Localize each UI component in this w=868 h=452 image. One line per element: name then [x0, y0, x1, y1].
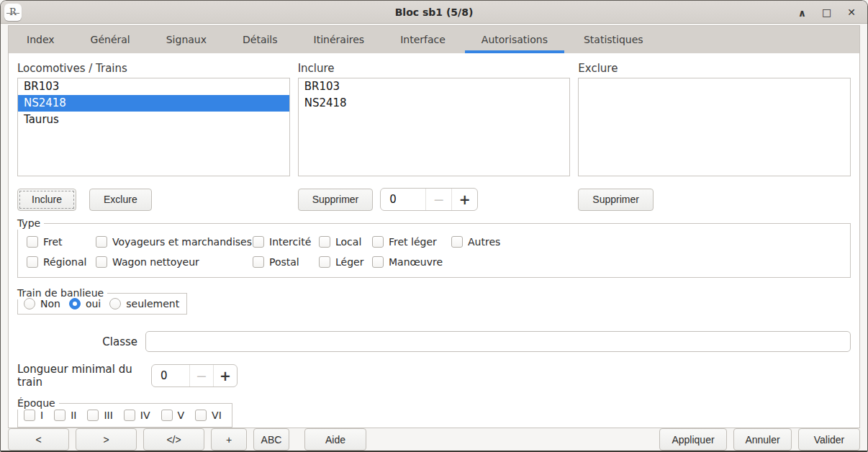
checkbox-icon[interactable]	[24, 410, 35, 421]
list-item[interactable]: BR103	[299, 78, 570, 95]
list-item[interactable]: NS2418	[299, 95, 570, 112]
minimize-icon[interactable]: ∧	[798, 8, 806, 18]
tab-autorisations[interactable]: Autorisations	[464, 26, 566, 53]
include-list-label: Inclure	[298, 62, 571, 75]
checkbox-epoque-4[interactable]: IV	[124, 410, 150, 421]
rocrail-rail-line	[6, 13, 19, 14]
list-item[interactable]: NS2418	[18, 95, 289, 112]
checkbox-postal[interactable]: Postal	[253, 256, 319, 268]
classe-input[interactable]	[145, 331, 851, 352]
type-group: Type Fret Voyageurs et marchandises Inte…	[17, 223, 851, 278]
checkbox-autres[interactable]: Autres	[451, 236, 841, 248]
checkbox-icon[interactable]	[319, 256, 330, 268]
checkbox-fret[interactable]: Fret	[27, 236, 96, 248]
banlieue-group: Train de banlieue Non oui seulement	[17, 293, 187, 315]
checkbox-icon[interactable]	[253, 236, 264, 248]
checkbox-icon[interactable]	[372, 236, 384, 248]
checkbox-fret-leger[interactable]: Fret léger	[372, 236, 451, 248]
checkbox-icon[interactable]	[27, 236, 38, 248]
checkbox-icon[interactable]	[161, 410, 173, 421]
tab-bar: Index Général Signaux Détails Itinéraire…	[9, 26, 859, 53]
delete-exclude-button[interactable]: Supprimer	[578, 189, 654, 211]
notebook: Index Général Signaux Détails Itinéraire…	[8, 25, 860, 428]
checkbox-regional[interactable]: Régional	[27, 256, 96, 268]
tab-statistiques[interactable]: Statistiques	[566, 26, 661, 53]
tab-itineraires[interactable]: Itinéraires	[296, 26, 383, 53]
checkbox-epoque-5[interactable]: V	[161, 410, 185, 421]
dialog-window: { "window": { "title": "Bloc sb1 (5/8)",…	[0, 0, 868, 452]
cancel-button[interactable]: Annuler	[733, 428, 792, 451]
radio-icon[interactable]	[24, 298, 35, 309]
titlebar[interactable]: R Bloc sb1 (5/8) ∧ □ ✕	[1, 1, 867, 24]
radio-non[interactable]: Non	[24, 298, 60, 309]
abc-button[interactable]: ABC	[253, 428, 289, 451]
checkbox-icon[interactable]	[195, 410, 207, 421]
checkbox-icon[interactable]	[87, 410, 99, 421]
rocrail-logo-icon: R	[4, 4, 22, 21]
window-title: Bloc sb1 (5/8)	[1, 6, 867, 18]
exclude-list-label: Exclure	[578, 62, 851, 75]
checkbox-icon[interactable]	[96, 256, 107, 268]
bottom-toolbar: < > </> + ABC Aide Appliquer Annuler Val…	[1, 428, 867, 451]
checkbox-epoque-1[interactable]: I	[24, 410, 43, 421]
apply-button[interactable]: Appliquer	[659, 428, 727, 451]
list-item[interactable]: BR103	[18, 78, 289, 95]
checkbox-wagon-nettoyeur[interactable]: Wagon nettoyeur	[96, 256, 253, 268]
spin-plus-icon[interactable]: +	[213, 365, 237, 387]
epoque-group: Époque I II III IV V VI	[17, 403, 232, 428]
checkbox-icon[interactable]	[451, 236, 463, 248]
tab-content-autorisations: Locomotives / Trains BR103 NS2418 Taurus…	[9, 53, 859, 428]
xml-button[interactable]: </>	[143, 428, 204, 451]
next-button[interactable]: >	[76, 428, 137, 451]
locomotives-list[interactable]: BR103 NS2418 Taurus	[17, 78, 290, 176]
checkbox-leger[interactable]: Léger	[319, 256, 372, 268]
tab-general[interactable]: Général	[73, 26, 148, 53]
checkbox-voyageurs-et-marchandises[interactable]: Voyageurs et marchandises	[96, 236, 253, 248]
checkbox-epoque-2[interactable]: II	[54, 410, 76, 421]
checkbox-intercite[interactable]: Intercité	[253, 236, 319, 248]
min-length-label: Longueur minimal du train	[17, 363, 151, 389]
spin-minus-icon[interactable]: −	[425, 189, 451, 210]
exclude-list[interactable]	[578, 78, 851, 176]
checkbox-icon[interactable]	[96, 236, 107, 248]
ok-button[interactable]: Valider	[798, 428, 860, 451]
delete-include-button[interactable]: Supprimer	[298, 189, 374, 211]
min-length-spinner: − +	[151, 364, 238, 387]
spin-minus-icon[interactable]: −	[189, 365, 213, 387]
checkbox-icon[interactable]	[372, 256, 384, 268]
maximize-icon[interactable]: □	[822, 7, 831, 17]
radio-oui[interactable]: oui	[69, 298, 101, 309]
checkbox-epoque-6[interactable]: VI	[195, 410, 222, 421]
include-count-spinner: − +	[380, 188, 478, 211]
tab-details[interactable]: Détails	[225, 26, 296, 53]
tab-index[interactable]: Index	[9, 26, 73, 53]
classe-label: Classe	[17, 335, 145, 348]
prev-button[interactable]: <	[8, 428, 69, 451]
checkbox-icon[interactable]	[124, 410, 135, 421]
checkbox-epoque-3[interactable]: III	[87, 410, 112, 421]
list-item[interactable]: Taurus	[18, 112, 289, 128]
include-list[interactable]: BR103 NS2418	[298, 78, 571, 176]
radio-seulement[interactable]: seulement	[109, 298, 179, 309]
checkbox-icon[interactable]	[319, 236, 330, 248]
tab-signaux[interactable]: Signaux	[148, 26, 225, 53]
type-group-legend: Type	[17, 217, 44, 230]
tab-interface[interactable]: Interface	[382, 26, 464, 53]
checkbox-local[interactable]: Local	[319, 236, 372, 248]
min-length-input[interactable]	[152, 365, 189, 387]
radio-icon[interactable]	[69, 298, 81, 309]
include-count-input[interactable]	[381, 189, 425, 210]
help-button[interactable]: Aide	[304, 428, 366, 451]
checkbox-manoeuvre[interactable]: Manœuvre	[372, 256, 451, 268]
add-button[interactable]: +	[211, 428, 247, 451]
checkbox-icon[interactable]	[54, 410, 65, 421]
radio-icon[interactable]	[109, 298, 121, 309]
exclude-button[interactable]: Exclure	[89, 189, 152, 211]
include-button[interactable]: Inclure	[17, 189, 76, 211]
checkbox-icon[interactable]	[27, 256, 38, 268]
spin-plus-icon[interactable]: +	[451, 189, 477, 210]
locomotives-list-label: Locomotives / Trains	[17, 62, 290, 75]
rocrail-letter: R	[9, 7, 17, 17]
checkbox-icon[interactable]	[253, 256, 264, 268]
close-icon[interactable]: ✕	[847, 7, 856, 17]
